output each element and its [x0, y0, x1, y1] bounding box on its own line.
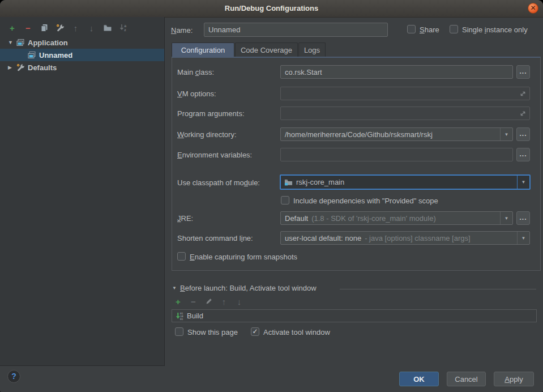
chevron-right-icon[interactable]: ▶ [8, 65, 15, 70]
new-folder-icon[interactable] [102, 23, 112, 33]
chevron-down-icon[interactable]: ▼ [500, 212, 512, 224]
remove-icon[interactable]: − [23, 23, 33, 33]
include-dependencies-checkbox[interactable] [281, 196, 289, 204]
tree-item-label: Unnamed [39, 51, 72, 59]
main-class-field[interactable]: co.rsk.Start [280, 65, 513, 79]
environment-variables-browse-button[interactable]: ... [516, 148, 530, 161]
chevron-down-icon[interactable]: ▼ [8, 40, 15, 45]
close-button[interactable]: ✕ [528, 3, 538, 14]
application-icon [27, 50, 36, 59]
tree-item-application[interactable]: ▼ Application [0, 36, 164, 49]
move-up-icon[interactable]: ↑ [219, 297, 229, 306]
environment-variables-label: Environment variables: [177, 151, 252, 159]
environment-variables-field[interactable] [280, 148, 513, 161]
chevron-down-icon[interactable]: ▼ [172, 286, 179, 291]
sort-alphabetically-icon[interactable]: az [118, 23, 128, 33]
title-bar[interactable]: Run/Debug Configurations ✕ [0, 0, 543, 18]
share-checkbox[interactable] [407, 25, 416, 33]
chevron-down-icon[interactable]: ▼ [517, 176, 529, 189]
program-arguments-label: Program arguments: [177, 109, 245, 118]
cancel-button[interactable]: Cancel [447, 372, 486, 386]
jre-label: JRE: [177, 214, 193, 223]
module-icon [284, 178, 293, 186]
tab-configuration[interactable]: Configuration [172, 42, 234, 57]
share-label[interactable]: Share [420, 25, 439, 34]
tree-item-label: Defaults [28, 63, 57, 72]
expand-field-icon[interactable] [519, 90, 527, 97]
working-directory-label: Working directory: [177, 130, 237, 139]
configurations-sidebar: + − ↑ ↓ az ▼ Application [0, 17, 165, 366]
tree-item-label: Application [28, 39, 68, 47]
enable-capturing-label[interactable]: Enable capturing form snapshots [190, 253, 297, 261]
tab-logs[interactable]: Logs [298, 42, 326, 57]
include-dependencies-label[interactable]: Include dependencies with "Provided" sco… [293, 197, 438, 205]
move-up-icon[interactable]: ↑ [71, 23, 80, 33]
expand-field-icon[interactable] [519, 110, 527, 117]
use-classpath-combobox[interactable]: rskj-core_main ▼ [280, 174, 531, 190]
shorten-command-line-combobox[interactable]: user-local default: none - java [options… [280, 231, 530, 245]
svg-text:01: 01 [180, 317, 183, 320]
copy-icon[interactable] [39, 23, 49, 33]
edit-defaults-icon[interactable] [55, 23, 65, 33]
move-down-icon[interactable]: ↓ [234, 297, 244, 306]
jre-combobox[interactable]: Default (1.8 - SDK of 'rskj-core_main' m… [280, 211, 513, 225]
working-directory-combobox[interactable]: /home/meriherrera/Code/Github/rsksmart/r… [280, 127, 513, 141]
edit-icon[interactable] [204, 297, 213, 306]
defaults-wrench-icon [16, 63, 25, 72]
before-launch-divider [340, 289, 536, 289]
vm-options-field[interactable] [280, 87, 530, 100]
working-directory-browse-button[interactable]: ... [516, 127, 530, 141]
main-class-browse-button[interactable]: ... [516, 65, 530, 79]
build-icon: 011001 [175, 312, 184, 321]
chevron-down-icon[interactable]: ▼ [500, 128, 512, 140]
apply-button[interactable]: Apply [494, 372, 534, 386]
tab-code-coverage[interactable]: Code Coverage [235, 42, 298, 57]
before-launch-toolbar: + − ↑ ↓ [173, 297, 244, 306]
single-instance-checkbox[interactable] [450, 25, 458, 33]
window-title: Run/Debug Configurations [0, 4, 543, 12]
activate-tool-window-checkbox[interactable]: ✓ [251, 327, 259, 336]
show-this-page-label[interactable]: Show this page [187, 328, 238, 336]
configurations-tree: ▼ Application Unnamed ▶ Defaults [0, 36, 164, 74]
add-icon[interactable]: + [7, 23, 17, 33]
add-icon[interactable]: + [173, 297, 183, 306]
tree-item-defaults[interactable]: ▶ Defaults [0, 61, 164, 74]
vm-options-label: VM options: [177, 90, 216, 98]
tree-item-unnamed[interactable]: Unnamed [0, 49, 164, 61]
run-debug-configurations-dialog: Run/Debug Configurations ✕ + − ↑ ↓ az ▼ [0, 0, 543, 392]
name-input[interactable] [204, 23, 388, 37]
program-arguments-field[interactable] [280, 106, 530, 120]
enable-capturing-checkbox[interactable] [177, 252, 186, 261]
chevron-down-icon[interactable]: ▼ [517, 232, 529, 244]
activate-tool-window-label[interactable]: Activate tool window [263, 328, 330, 336]
single-instance-label[interactable]: Single instance only [462, 25, 528, 34]
application-icon [16, 38, 25, 47]
help-button[interactable]: ? [7, 370, 20, 383]
task-label: Build [187, 312, 203, 320]
use-classpath-label: Use classpath of module: [177, 178, 260, 187]
sidebar-toolbar: + − ↑ ↓ az [7, 23, 128, 33]
main-class-label: Main class: [177, 68, 214, 76]
name-label: Name: [171, 26, 193, 35]
before-launch-header[interactable]: Before launch: Build, Activate tool wind… [180, 284, 317, 292]
before-launch-task-row[interactable]: 011001 Build [172, 309, 537, 322]
show-this-page-checkbox[interactable] [175, 327, 183, 336]
remove-icon[interactable]: − [189, 297, 198, 306]
svg-text:z: z [124, 28, 126, 32]
shorten-command-line-label: Shorten command line: [177, 234, 253, 242]
ok-button[interactable]: OK [399, 372, 439, 386]
move-down-icon[interactable]: ↓ [87, 23, 96, 33]
jre-browse-button[interactable]: ... [516, 211, 530, 225]
